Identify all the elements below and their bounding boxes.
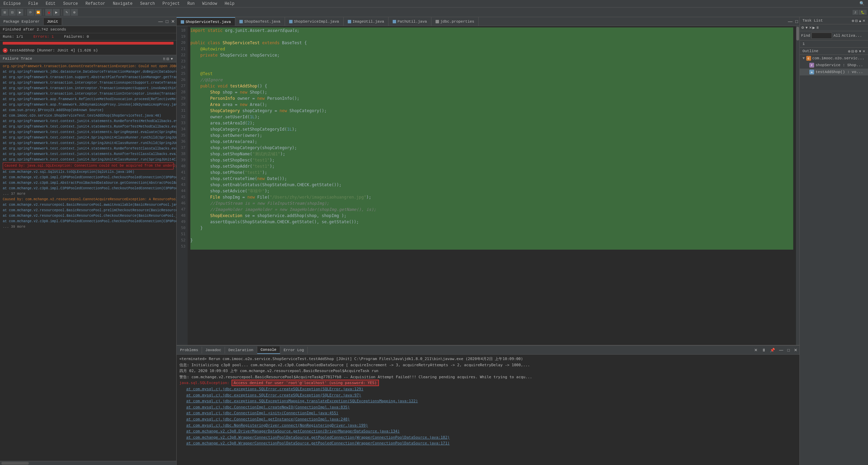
trace-line-16[interactable]: at org.springframework.test.context.juni… (3, 152, 174, 157)
console-link-9[interactable]: at com.mchange.v2.c3p0.WrapperConnection… (179, 434, 797, 441)
trace-line-9[interactable]: at com.imooc.o2o.service.ShopServiceTest… (3, 113, 174, 119)
trace-copy-btn[interactable]: ⎘ (163, 57, 165, 61)
editor-tab-shopservicetest[interactable]: ShopServiceTest.java (177, 17, 235, 26)
trace-line-0[interactable]: org.springframework.transaction.CannotCr… (3, 64, 174, 69)
maximize-btn[interactable]: □ (164, 18, 170, 25)
toolbar-btn-8[interactable]: ✎ (63, 9, 70, 16)
trace-line-1[interactable]: at org.springframework.jdbc.datasource.D… (3, 69, 174, 75)
trace-line-10[interactable]: at org.springframework.test.context.juni… (3, 119, 174, 124)
console-minimize[interactable]: — (777, 347, 785, 353)
console-link-10[interactable]: at com.mchange.v2.c3p0.WrapperConnection… (179, 440, 797, 446)
trace-line-4[interactable]: at org.springframework.transaction.inter… (3, 86, 174, 91)
console-pin-btn[interactable]: 📌 (768, 347, 777, 353)
task-btn-b[interactable]: ▼ (805, 26, 808, 29)
left-scrollbar[interactable] (0, 461, 176, 465)
trace-line-6[interactable]: at org.springframework.aop.framework.Ref… (3, 97, 174, 102)
toolbar-btn-5[interactable]: ⏩ (35, 9, 41, 16)
menu-navigate[interactable]: Navigate (111, 1, 135, 7)
console-link-2[interactable]: at com.mysql.cj.jdbc.exceptions.SQLError… (179, 392, 797, 398)
toolbar-btn-9[interactable]: ⊕ (71, 9, 78, 16)
trace-caused-by-2[interactable]: Caused by: com.mchange.v2.resourcepool.C… (3, 197, 174, 202)
toolbar-perspective-debug[interactable]: 🐛 (859, 10, 867, 15)
menu-project[interactable]: Project (160, 1, 182, 7)
find-input[interactable] (811, 33, 832, 39)
trace-line-13[interactable]: at org.springframework.test.context.juni… (3, 135, 174, 141)
outline-item-field[interactable]: f shopService : Shop... (800, 62, 868, 69)
task-list-btn-4[interactable]: ✕ (863, 19, 865, 23)
toolbar-btn-1[interactable]: ⊞ (1, 9, 8, 16)
menu-help[interactable]: Help (223, 1, 237, 7)
console-link-3[interactable]: at com.mysql.cj.jdbc.exceptions.SQLExcep… (179, 398, 797, 404)
console-clear-btn[interactable]: ✕ (752, 347, 760, 353)
toolbar-btn-7[interactable]: ▶ (53, 9, 60, 16)
task-btn-c[interactable]: ✕ (809, 26, 812, 29)
outline-btn-2[interactable]: ⊟ (851, 49, 854, 53)
editor-tab-shopdaotest[interactable]: ShopDaoTest.java (235, 17, 285, 26)
task-list-btn-3[interactable]: ▲ (858, 19, 862, 23)
trace-line-12[interactable]: at org.springframework.test.context.juni… (3, 130, 174, 135)
menu-run[interactable]: Run (185, 1, 197, 7)
outline-item-method[interactable]: m testAddShop() : vo... (800, 69, 868, 75)
trace-line-22[interactable]: at com.mchange.v2.resourcepool.BasicReso… (3, 202, 174, 208)
outline-btn-4[interactable]: ▼ (858, 49, 862, 53)
toolbar-btn-4[interactable]: ⟳ (27, 9, 34, 16)
menu-search[interactable]: Search (138, 1, 157, 7)
close-btn[interactable]: ✕ (170, 18, 176, 25)
menu-eclipse[interactable]: Eclipse (1, 1, 23, 7)
trace-line-17[interactable]: at org.springframework.test.context.juni… (3, 157, 174, 163)
menu-source[interactable]: Source (61, 1, 80, 7)
menu-edit[interactable]: Edit (44, 1, 58, 7)
editor-scrollbar[interactable] (796, 26, 799, 345)
tab-error-log[interactable]: Error Log (280, 347, 308, 354)
task-list-btn-1[interactable]: ⊕ (852, 19, 854, 23)
tab-package-explorer[interactable]: Package Explorer (0, 18, 44, 25)
trace-line-5[interactable]: at org.springframework.transaction.inter… (3, 91, 174, 97)
trace-collapse-btn[interactable]: ▼ (170, 57, 174, 61)
console-close[interactable]: ✕ (792, 347, 799, 353)
trace-filter-btn[interactable]: ⊟ (166, 57, 169, 61)
trace-line-8[interactable]: at com.sun.proxy.$Proxy23.addShop(Unknow… (3, 108, 174, 113)
trace-line-21[interactable]: at com.mchange.v2.c3p0.impl.C3P0PooledCo… (3, 186, 174, 191)
search-icon[interactable]: 🔍 (857, 0, 867, 7)
menu-window[interactable]: Window (200, 1, 219, 7)
trace-line-2[interactable]: at org.springframework.transaction.suppo… (3, 75, 174, 80)
editor-tab-shopserviceimpl[interactable]: ShopServiceImpl.java (285, 17, 344, 26)
console-maximize[interactable]: □ (785, 347, 792, 353)
tab-declaration[interactable]: Declaration (225, 347, 257, 354)
trace-caused-by[interactable]: Caused by: java.sql.SQLException: Connec… (3, 163, 174, 169)
trace-line-14[interactable]: at org.springframework.test.context.juni… (3, 141, 174, 146)
toolbar-perspective-java[interactable]: J (853, 10, 858, 15)
outline-item-package[interactable]: ▼ C com.imooc.o2o.servic... (800, 55, 868, 62)
tab-console[interactable]: Console (257, 346, 280, 354)
trace-line-19[interactable]: at com.mchange.v2.c3p0.impl.C3P0PooledCo… (3, 175, 174, 180)
tab-problems[interactable]: Problems (177, 347, 202, 354)
toolbar-btn-2[interactable]: ⊟ (9, 9, 16, 16)
console-scroll-lock-btn[interactable]: ⏸ (760, 347, 768, 353)
console-link-4[interactable]: at com.mysql.cj.jdbc.ConnectionImpl.crea… (179, 404, 797, 410)
outline-btn-3[interactable]: ⚙ (855, 49, 858, 53)
trace-line-25[interactable]: at com.mchange.v2.c3p0.impl.C3P0PooledCo… (3, 219, 174, 224)
task-btn-e[interactable]: ⏸ (816, 26, 819, 29)
toolbar-btn-3[interactable]: ▶ (16, 9, 23, 16)
outline-btn-5[interactable]: ✕ (863, 49, 865, 53)
editor-tab-imageutil[interactable]: ImageUtil.java (344, 17, 389, 26)
console-link-7[interactable]: at com.mysql.cj.jdbc.NonRegisteringDrive… (179, 422, 797, 429)
console-link-5[interactable]: at com.mysql.cj.jdbc.ConnectionImpl.<ini… (179, 410, 797, 416)
task-btn-a[interactable]: ⚙ (801, 26, 804, 29)
code-editor[interactable]: import static org.junit.Assert.assertEqu… (188, 26, 796, 345)
editor-tab-jdbcprops[interactable]: jdbc.properties (431, 17, 479, 26)
toolbar-btn-6[interactable]: 🐞 (45, 9, 52, 16)
junit-tree-item[interactable]: ✕ testAddShop [Runner: JUnit 4] (1.626 s… (3, 47, 174, 53)
editor-tab-pathutil[interactable]: PathUtil.java (389, 17, 431, 26)
trace-line-18[interactable]: at com.mchange.v2.sql.SqlUtils.toSQLExce… (3, 169, 174, 175)
tab-javadoc[interactable]: Javadoc (202, 347, 225, 354)
menu-file[interactable]: File (26, 1, 40, 7)
task-btn-d[interactable]: ▶ (812, 26, 815, 29)
minimize-btn[interactable]: — (157, 18, 164, 25)
console-link-6[interactable]: at com.mysql.cj.jdbc.ConnectionImpl.getI… (179, 416, 797, 422)
trace-line-20[interactable]: at com.mchange.v2.c3p0.impl.AbstractPool… (3, 180, 174, 186)
outline-btn-1[interactable]: ⊕ (848, 49, 851, 53)
console-content[interactable]: <terminated> Rerun com.imooc.o2o.service… (177, 355, 799, 465)
menu-refactor[interactable]: Refactor (83, 1, 107, 7)
trace-line-23[interactable]: at com.mchange.v2.resourcepool.BasicReso… (3, 208, 174, 213)
